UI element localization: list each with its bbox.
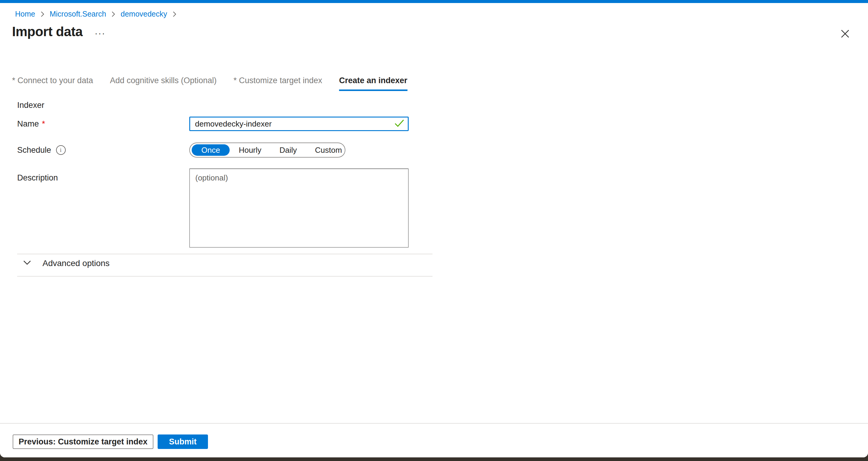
schedule-option-daily[interactable]: Daily	[270, 144, 306, 156]
wizard-footer: Previous: Customize target index Submit	[0, 423, 868, 457]
indexer-form: Indexer Name * Schedule i Once Hourly Da	[17, 101, 433, 248]
description-label: Description	[17, 168, 189, 183]
page-title: Import data	[12, 24, 83, 39]
indexer-name-input[interactable]	[189, 117, 409, 131]
required-asterisk: *	[42, 119, 45, 129]
tab-add-cognitive-skills[interactable]: Add cognitive skills (Optional)	[110, 76, 217, 91]
previous-step-button[interactable]: Previous: Customize target index	[13, 434, 153, 449]
info-icon[interactable]: i	[56, 145, 66, 155]
name-row: Name *	[17, 117, 433, 131]
schedule-toggle-group: Once Hourly Daily Custom	[189, 143, 345, 158]
submit-button[interactable]: Submit	[158, 434, 208, 449]
import-data-panel: Home Microsoft.Search demovedecky Import…	[0, 0, 868, 457]
title-row: Import data ···	[12, 24, 105, 39]
name-label: Name *	[17, 119, 189, 129]
breadcrumb-link-demovedecky[interactable]: demovedecky	[121, 10, 167, 19]
chevron-right-icon	[111, 11, 116, 18]
schedule-option-once[interactable]: Once	[192, 144, 230, 156]
wizard-tabs: * Connect to your data Add cognitive ski…	[12, 76, 424, 91]
breadcrumb-link-home[interactable]: Home	[15, 10, 35, 19]
tab-create-an-indexer[interactable]: Create an indexer	[339, 76, 407, 91]
section-heading: Indexer	[17, 101, 433, 110]
description-textarea[interactable]	[189, 168, 409, 248]
chevron-right-icon	[40, 11, 45, 18]
description-row: Description	[17, 168, 433, 248]
schedule-label: Schedule i	[17, 145, 189, 155]
more-options-icon[interactable]: ···	[95, 26, 105, 38]
close-icon[interactable]	[839, 28, 851, 40]
schedule-option-hourly[interactable]: Hourly	[230, 144, 270, 156]
chevron-down-icon	[23, 260, 32, 267]
tab-connect-to-your-data[interactable]: * Connect to your data	[12, 76, 93, 91]
chevron-right-icon	[172, 11, 177, 18]
schedule-option-custom[interactable]: Custom	[306, 144, 351, 156]
divider	[17, 276, 433, 277]
footer-buttons: Previous: Customize target index Submit	[13, 434, 208, 449]
tab-customize-target-index[interactable]: * Customize target index	[234, 76, 322, 91]
advanced-options-label: Advanced options	[42, 258, 110, 268]
schedule-row: Schedule i Once Hourly Daily Custom	[17, 143, 433, 158]
advanced-options-toggle[interactable]: Advanced options	[23, 258, 110, 268]
breadcrumb-link-microsoft-search[interactable]: Microsoft.Search	[50, 10, 106, 19]
breadcrumb: Home Microsoft.Search demovedecky	[15, 10, 182, 19]
azure-top-accent-bar	[0, 0, 868, 3]
divider	[17, 254, 433, 254]
name-input-wrap	[189, 117, 409, 131]
valid-check-icon	[394, 119, 404, 129]
